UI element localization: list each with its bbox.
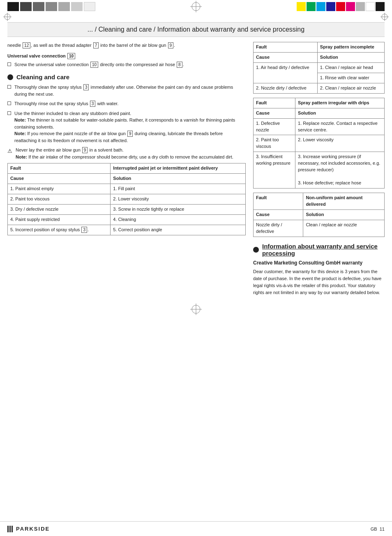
fault-table3-solution-label: Solution [295, 108, 385, 118]
color-gray [356, 2, 365, 11]
fault-table1-solution-4: 4. Cleaning [111, 214, 246, 225]
fault-table2-cause-1: 1. Air head dirty / defective [254, 62, 318, 83]
fault-table1-cause-3: 3. Dry / defective nozzle [8, 204, 111, 214]
fault-table3-solution-3: 3. Increase working pressure (if necessa… [295, 152, 385, 189]
fault-table3-cause-1: 1. Defective nozzle [254, 118, 295, 135]
warranty-section-title: Information about warranty and service p… [262, 243, 385, 257]
universal-valve-section: Universal valve connection 10 Screw the … [7, 53, 246, 68]
warning-text-1: Never lay the entire air blow gun 9 in a… [16, 147, 233, 160]
color-block-6 [71, 2, 83, 11]
stylus-num-table: 3 [81, 227, 87, 233]
reg-mark-right [380, 13, 389, 21]
warning-triangle-icon: ⚠ [7, 147, 12, 160]
language-code: GB [371, 527, 377, 531]
right-color-blocks [297, 2, 385, 11]
bullet-sq-3 [7, 111, 11, 115]
reg-mark-left [3, 13, 12, 21]
color-pink [346, 2, 355, 11]
crosshair-icon [190, 1, 202, 12]
bullet-square [7, 62, 11, 66]
fault-table1-col2-header: Interrupted paint jet or intermittent pa… [111, 163, 246, 174]
logo-line-3 [12, 526, 13, 532]
fault-table2-solution-1b: 1. Rinse with clear water [317, 73, 384, 83]
fault-table1-solution-label: Solution [111, 173, 246, 184]
color-cyan [316, 2, 325, 11]
color-yellow [297, 2, 306, 11]
brand-name: PARKSIDE [16, 526, 50, 532]
fault-table3-cause-label: Cause [254, 108, 295, 118]
left-column: needle 12, as well as the thread adapter… [7, 42, 253, 296]
valve-num: 10 [67, 53, 75, 59]
fault-table1-solution-5: 5. Correct position angle [111, 225, 246, 235]
bottom-crosshair [0, 304, 392, 316]
needle-num: 12 [23, 42, 30, 48]
color-block-5 [58, 2, 70, 11]
registration-marks-row [0, 13, 392, 21]
warranty-bullet-circle [253, 247, 259, 253]
logo-line-2 [9, 526, 11, 532]
fault-table1-cause-1: 1. Paint almost empty [8, 184, 111, 194]
color-block-1 [7, 2, 19, 11]
color-black [376, 2, 385, 11]
cleaning-section-title: Cleaning and care [16, 74, 69, 81]
stylus-num-2: 3 [90, 101, 96, 107]
fault-table1-col1-header: Fault [8, 163, 111, 174]
bullet-sq-2 [7, 101, 11, 105]
fault-table4-cause-label: Cause [254, 209, 303, 220]
fault-table3-solution-1: 1. Replace nozzle. Contact a respective … [295, 118, 385, 135]
right-column: Fault Spray pattern incomplete Cause Sol… [253, 42, 385, 296]
bottom-bar: PARKSIDE GB 11 [0, 521, 392, 536]
cleaning-section-header: Cleaning and care [7, 74, 246, 81]
gun-num-2: 9 [127, 131, 133, 137]
parkside-logo: PARKSIDE [7, 526, 50, 532]
warranty-text: Dear customer, the warranty for this dev… [253, 268, 385, 296]
cleaning-text-2: Thoroughly rinse out the spray stylus 3 … [14, 100, 118, 107]
fault-table2-col2-header: Spray pattern incomplete [317, 42, 384, 53]
universal-valve-text: Screw the universal valve connection 10 … [14, 61, 184, 68]
color-green [307, 2, 316, 11]
color-blue [326, 2, 335, 11]
gun-num: 9 [168, 42, 174, 48]
color-white [366, 2, 375, 11]
fault-table4-solution-label: Solution [303, 209, 385, 220]
fault-table1-cause-label: Cause [8, 173, 111, 184]
fault-table2-solution-2: 2. Clean / replace air nozzle [317, 83, 384, 93]
note-label-2: Note: [14, 131, 26, 136]
fault-table2-col1-header: Fault [254, 42, 318, 53]
color-block-3 [33, 2, 44, 11]
fault-table2-cause-label: Cause [254, 52, 318, 62]
cleaning-item-1: Thoroughly clean the spray stylus 3 imme… [7, 84, 246, 97]
fault-table-2: Fault Spray pattern incomplete Cause Sol… [253, 42, 385, 94]
cleaning-text-3: Use the thinner included to clean any st… [14, 110, 246, 144]
page-title: ... / Cleaning and care / Information ab… [7, 22, 385, 37]
fault-table1-cause-2: 2. Paint too viscous [8, 194, 111, 204]
fault-table2-solution-1a: 1. Clean / replace air head [317, 62, 384, 73]
fault-table3-col1-header: Fault [254, 98, 295, 108]
bottom-crosshair-svg [190, 304, 202, 315]
universal-valve-heading: Universal valve connection 10 [7, 53, 246, 59]
warranty-subsection-title: Creative Marketing Consulting GmbH warra… [253, 260, 385, 266]
fault-table1-solution-1: 1. Fill paint [111, 184, 246, 194]
fault-table1-cause-5: 5. Incorrect position of spray stylus 3. [8, 225, 111, 235]
universal-valve-item: Screw the universal valve connection 10 … [7, 61, 246, 68]
page-num-value: 11 [380, 527, 385, 531]
bullet-sq-1 [7, 85, 11, 89]
fault-table4-col1-header: Fault [254, 193, 303, 210]
color-block-2 [20, 2, 32, 11]
fault-table4-cause-1: Nozzle dirty / defective [254, 220, 303, 237]
adapter-num: 7 [93, 42, 99, 48]
warranty-section-header: Information about warranty and service p… [253, 243, 385, 257]
intro-text: needle 12, as well as the thread adapter… [7, 42, 246, 49]
fault-table1-cause-4: 4. Paint supply restricted [8, 214, 111, 225]
color-block-4 [46, 2, 57, 11]
cleaning-item-3: Use the thinner included to clean any st… [7, 110, 246, 144]
color-red [336, 2, 345, 11]
logo-line-1 [7, 526, 9, 532]
warranty-section: Information about warranty and service p… [253, 243, 385, 296]
fault-table-3: Fault Spray pattern irregular with drips… [253, 98, 385, 189]
fault-table3-cause-2: 2. Paint too viscous [254, 135, 295, 152]
fault-table2-cause-2: 2. Nozzle dirty / defective [254, 83, 318, 93]
page-number: GB 11 [371, 527, 385, 531]
fault-table-4: Fault Non-uniform paint amount delivered… [253, 193, 385, 237]
section-bullet-circle [7, 74, 13, 80]
